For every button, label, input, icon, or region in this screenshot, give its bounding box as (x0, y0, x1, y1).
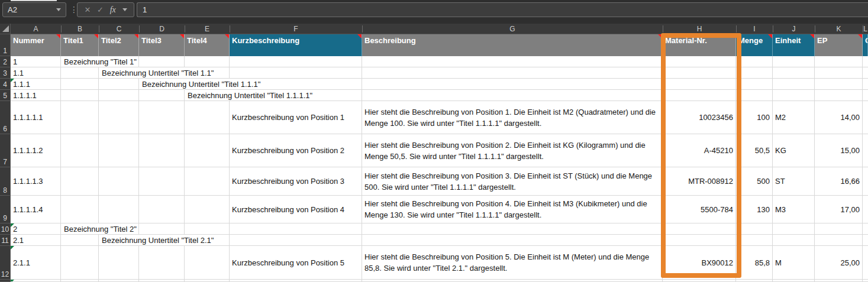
cell-A5[interactable]: 1.1.1.1 (11, 90, 61, 101)
cell-G12[interactable]: Hier steht die Beschreibung von Position… (362, 246, 663, 280)
cell-F12[interactable]: Kurzbeschreibung von Position 5 (230, 246, 362, 280)
cell-E2[interactable] (185, 56, 230, 67)
header-cell-E1[interactable]: Titel4 (185, 34, 230, 56)
column-header-F[interactable]: F (230, 24, 362, 34)
cell-F13[interactable] (230, 280, 362, 282)
insert-function-icon[interactable]: fx (110, 5, 116, 15)
cell-C12[interactable] (99, 246, 139, 280)
row-header-3[interactable]: 3 (0, 67, 11, 79)
cell-A12[interactable]: 2.1.1 (11, 246, 61, 280)
cell-F11[interactable] (230, 235, 362, 246)
cell-L3[interactable] (863, 67, 868, 79)
cell-D5[interactable] (139, 90, 185, 101)
row-header-13[interactable] (0, 280, 11, 282)
cell-J4[interactable] (773, 79, 815, 90)
cell-F7[interactable]: Kurzbeschreibung von Position 2 (230, 134, 362, 167)
cell-D9[interactable] (139, 196, 185, 223)
cell-F9[interactable]: Kurzbeschreibung von Position 4 (230, 196, 362, 223)
cell-B9[interactable] (61, 196, 99, 223)
cell-L4[interactable] (863, 79, 868, 90)
header-cell-I1[interactable]: Menge (736, 34, 773, 56)
cell-J6[interactable]: M2 (773, 101, 815, 134)
column-header-J[interactable]: J (773, 24, 815, 34)
cell-B13[interactable] (61, 280, 99, 282)
cell-I4[interactable] (736, 79, 773, 90)
cell-L11[interactable] (863, 235, 868, 246)
header-cell-K1[interactable]: EP (815, 34, 863, 56)
cell-I10[interactable] (736, 223, 773, 235)
row-header-10[interactable]: 10 (0, 223, 11, 235)
cell-K11[interactable] (815, 235, 863, 246)
cell-B10[interactable]: Bezeichnung "Titel 2" (61, 223, 139, 235)
cell-A13[interactable] (11, 280, 61, 282)
cell-I12[interactable]: 85,8 (736, 246, 773, 280)
header-cell-J1[interactable]: Einheit (773, 34, 815, 56)
cell-G5[interactable] (362, 90, 663, 101)
header-cell-C1[interactable]: Titel2 (99, 34, 139, 56)
cell-A6[interactable]: 1.1.1.1.1 (11, 101, 61, 134)
header-cell-G1[interactable]: Beschreibung (362, 34, 663, 56)
cell-J13[interactable] (773, 280, 815, 282)
cell-I3[interactable] (736, 67, 773, 79)
cell-G10[interactable] (362, 223, 663, 235)
cell-E7[interactable] (185, 134, 230, 167)
cell-I6[interactable]: 100 (736, 101, 773, 134)
cell-A2[interactable]: 1 (11, 56, 61, 67)
cell-K6[interactable]: 14,00 (815, 101, 863, 134)
cell-C11[interactable]: Bezeichnung Untertitel "Titel 2.1" (99, 235, 230, 246)
cell-I2[interactable] (736, 56, 773, 67)
cell-I8[interactable]: 500 (736, 167, 773, 196)
cell-L13[interactable] (863, 280, 868, 282)
cell-E9[interactable] (185, 196, 230, 223)
cell-G9[interactable]: Hier steht die Beschreibung von Position… (362, 196, 663, 223)
cell-G3[interactable] (362, 67, 663, 79)
cell-B8[interactable] (61, 167, 99, 196)
formula-input[interactable]: 1 (137, 2, 868, 17)
row-header-6[interactable]: 6 (0, 101, 11, 134)
cell-B4[interactable] (61, 79, 99, 90)
cell-D6[interactable] (139, 101, 185, 134)
cell-L9[interactable] (863, 196, 868, 223)
column-header-E[interactable]: E (185, 24, 230, 34)
cell-K7[interactable]: 15,00 (815, 134, 863, 167)
cancel-icon[interactable]: ✕ (84, 5, 91, 14)
row-header-5[interactable]: 5 (0, 90, 11, 101)
cell-L12[interactable] (863, 246, 868, 280)
cell-J12[interactable]: M (773, 246, 815, 280)
cell-I7[interactable]: 50,5 (736, 134, 773, 167)
cell-I11[interactable] (736, 235, 773, 246)
cell-D12[interactable] (139, 246, 185, 280)
cell-E6[interactable] (185, 101, 230, 134)
column-header-B[interactable]: B (61, 24, 99, 34)
cell-B5[interactable] (61, 90, 99, 101)
cell-K2[interactable] (815, 56, 863, 67)
cell-K12[interactable]: 25,00 (815, 246, 863, 280)
cell-G4[interactable] (362, 79, 663, 90)
cell-J10[interactable] (773, 223, 815, 235)
cell-G8[interactable]: Hier steht die Beschreibung von Position… (362, 167, 663, 196)
cell-A8[interactable]: 1.1.1.1.3 (11, 167, 61, 196)
cell-I5[interactable] (736, 90, 773, 101)
cell-A9[interactable]: 1.1.1.1.4 (11, 196, 61, 223)
cell-A11[interactable]: 2.1 (11, 235, 61, 246)
cell-C5[interactable] (99, 90, 139, 101)
cell-C6[interactable] (99, 101, 139, 134)
column-header-K[interactable]: K (815, 24, 863, 34)
cell-C13[interactable] (99, 280, 139, 282)
header-cell-D1[interactable]: Titel3 (139, 34, 185, 56)
fx-chevron-icon[interactable] (122, 8, 127, 11)
row-header-7[interactable]: 7 (0, 134, 11, 167)
cell-G13[interactable] (362, 280, 663, 282)
cell-B2[interactable]: Bezeichnung "Titel 1" (61, 56, 139, 67)
cell-E10[interactable] (185, 223, 230, 235)
cell-L5[interactable] (863, 90, 868, 101)
cell-K4[interactable] (815, 79, 863, 90)
cell-L8[interactable] (863, 167, 868, 196)
cell-E12[interactable] (185, 246, 230, 280)
cell-J3[interactable] (773, 67, 815, 79)
cell-D13[interactable] (139, 280, 185, 282)
cell-L6[interactable] (863, 101, 868, 134)
cell-K9[interactable]: 17,00 (815, 196, 863, 223)
cell-F10[interactable] (230, 223, 362, 235)
cell-L7[interactable] (863, 134, 868, 167)
